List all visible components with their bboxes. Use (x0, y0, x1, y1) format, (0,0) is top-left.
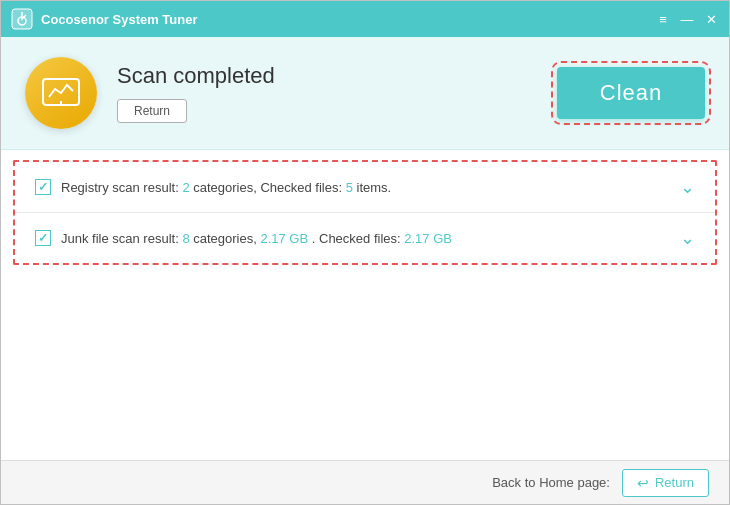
junk-size1: 2.17 GB (260, 231, 308, 246)
header-icon-circle (25, 57, 97, 129)
registry-middle: categories, Checked files: (190, 180, 346, 195)
window-controls: ≡ — ✕ (655, 11, 719, 27)
junk-size2: 2.17 GB (404, 231, 452, 246)
junk-checkbox[interactable] (35, 230, 51, 246)
menu-btn[interactable]: ≡ (655, 11, 671, 27)
application-window: Cocosenor System Tuner ≡ — ✕ Scan comple… (0, 0, 730, 505)
footer-return-label: Return (655, 475, 694, 490)
junk-middle: categories, (190, 231, 261, 246)
header-section: Scan completed Return Clean (1, 37, 729, 150)
return-arrow-icon: ↩ (637, 475, 649, 491)
junk-prefix: Junk file scan result: (61, 231, 182, 246)
app-icon (11, 8, 33, 30)
content-area: Registry scan result: 2 categories, Chec… (1, 150, 729, 460)
junk-sep: . Checked files: (308, 231, 404, 246)
clean-button-wrapper: Clean (557, 67, 705, 119)
junk-scan-row[interactable]: Junk file scan result: 8 categories, 2.1… (15, 213, 715, 263)
registry-prefix: Registry scan result: (61, 180, 182, 195)
registry-scan-row[interactable]: Registry scan result: 2 categories, Chec… (15, 162, 715, 213)
clean-button[interactable]: Clean (557, 67, 705, 119)
registry-items-count: 5 (346, 180, 353, 195)
results-section: Registry scan result: 2 categories, Chec… (13, 160, 717, 265)
close-btn[interactable]: ✕ (703, 11, 719, 27)
window-title: Cocosenor System Tuner (41, 12, 655, 27)
registry-categories-count: 2 (182, 180, 189, 195)
registry-suffix: items. (353, 180, 391, 195)
junk-categories-count: 8 (182, 231, 189, 246)
footer: Back to Home page: ↩ Return (1, 460, 729, 504)
registry-checkbox[interactable] (35, 179, 51, 195)
header-return-button[interactable]: Return (117, 99, 187, 123)
minimize-btn[interactable]: — (679, 11, 695, 27)
registry-expand-icon[interactable]: ⌄ (680, 176, 695, 198)
footer-label: Back to Home page: (492, 475, 610, 490)
junk-result-text: Junk file scan result: 8 categories, 2.1… (61, 231, 670, 246)
footer-return-button[interactable]: ↩ Return (622, 469, 709, 497)
junk-expand-icon[interactable]: ⌄ (680, 227, 695, 249)
title-bar: Cocosenor System Tuner ≡ — ✕ (1, 1, 729, 37)
registry-result-text: Registry scan result: 2 categories, Chec… (61, 180, 670, 195)
